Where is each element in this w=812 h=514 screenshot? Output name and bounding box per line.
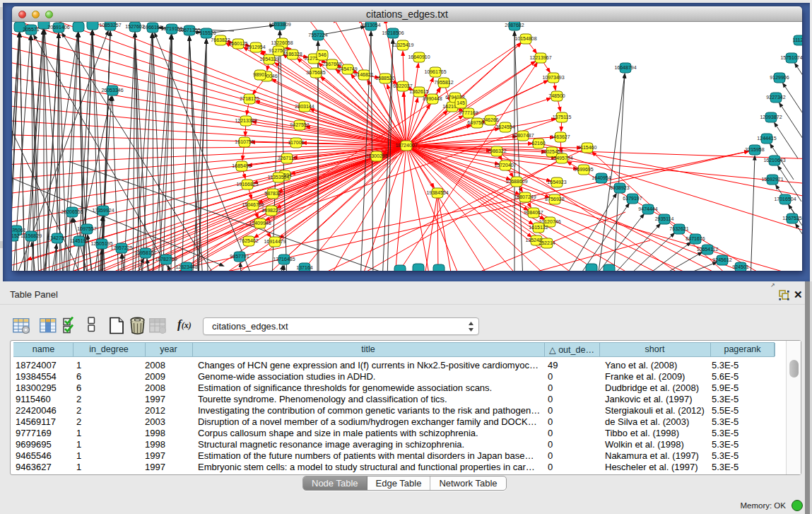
svg-text:9777169: 9777169 [459, 110, 478, 115]
svg-text:16640910: 16640910 [408, 54, 430, 59]
svg-text:3624554: 3624554 [495, 124, 514, 129]
svg-text:117006: 117006 [288, 140, 305, 145]
svg-text:18724007: 18724007 [395, 143, 417, 148]
svg-text:3675685: 3675685 [306, 70, 325, 75]
svg-text:748500: 748500 [548, 93, 565, 98]
svg-text:16210643: 16210643 [763, 158, 785, 163]
svg-text:587832: 587832 [264, 191, 281, 196]
svg-text:1375115: 1375115 [553, 115, 572, 119]
svg-text:10654112: 10654112 [697, 247, 719, 252]
svg-text:3215958: 3215958 [745, 147, 764, 152]
svg-text:924501: 924501 [732, 264, 748, 269]
svg-text:1097557: 1097557 [77, 226, 96, 231]
svg-text:15046766: 15046766 [242, 202, 264, 207]
svg-text:2718170: 2718170 [240, 96, 259, 101]
svg-text:9146821: 9146821 [354, 72, 373, 77]
svg-text:1527602: 1527602 [125, 24, 144, 29]
svg-text:8471676: 8471676 [686, 236, 705, 241]
svg-text:12409948: 12409948 [249, 221, 271, 226]
svg-text:18807249: 18807249 [514, 194, 536, 199]
svg-text:8186328: 8186328 [283, 52, 302, 57]
svg-text:7625402: 7625402 [239, 238, 258, 243]
svg-text:16033809: 16033809 [269, 22, 290, 27]
svg-text:137164: 137164 [296, 265, 312, 270]
svg-text:1244415: 1244415 [757, 136, 776, 141]
svg-text:205571: 205571 [23, 27, 39, 32]
svg-text:2803144: 2803144 [295, 104, 314, 109]
svg-text:15720407: 15720407 [494, 163, 516, 168]
svg-text:8454749: 8454749 [338, 66, 357, 71]
svg-text:145: 145 [457, 100, 465, 105]
svg-text:1654923: 1654923 [547, 180, 566, 185]
svg-text:7955812: 7955812 [434, 80, 453, 85]
svg-text:9115460: 9115460 [578, 145, 597, 150]
svg-text:7515526: 7515526 [196, 30, 216, 35]
svg-text:746266: 746266 [482, 117, 498, 122]
svg-text:18300295: 18300295 [365, 153, 387, 158]
svg-text:10961765: 10961765 [424, 69, 446, 74]
svg-text:6379197: 6379197 [623, 196, 642, 201]
svg-text:17016504: 17016504 [774, 197, 796, 201]
svg-text:1615132: 1615132 [529, 225, 548, 230]
svg-text:15692971: 15692971 [761, 177, 783, 182]
svg-text:1463627: 1463627 [551, 134, 570, 139]
svg-text:11156829: 11156829 [20, 233, 42, 238]
svg-text:17957225: 17957225 [110, 245, 132, 250]
svg-text:9457791: 9457791 [230, 254, 249, 259]
svg-text:12823448: 12823448 [175, 264, 197, 269]
svg-text:16782759: 16782759 [155, 257, 177, 262]
svg-text:20691406: 20691406 [47, 25, 69, 30]
svg-text:1685498: 1685498 [232, 163, 251, 168]
svg-text:12213389: 12213389 [235, 118, 257, 123]
svg-text:1610755: 1610755 [235, 139, 254, 144]
svg-text:10958157: 10958157 [134, 250, 156, 255]
svg-text:7632621: 7632621 [669, 226, 688, 231]
svg-text:9129906: 9129906 [770, 75, 789, 80]
svg-text:12093872: 12093872 [760, 115, 782, 119]
svg-text:11325419: 11325419 [392, 42, 414, 47]
svg-text:8660125: 8660125 [228, 41, 247, 46]
svg-text:11353594: 11353594 [268, 175, 290, 180]
svg-text:7986322: 7986322 [487, 148, 506, 153]
svg-text:3912954: 3912954 [246, 45, 265, 49]
svg-text:2367608: 2367608 [322, 62, 341, 66]
svg-text:98901: 98901 [253, 72, 267, 77]
svg-text:8756928: 8756928 [545, 197, 564, 201]
svg-text:16914479: 16914479 [264, 239, 286, 244]
svg-text:15751074: 15751074 [780, 55, 802, 60]
svg-text:9699695: 9699695 [574, 167, 593, 172]
svg-text:10154808: 10154808 [514, 36, 536, 41]
svg-text:19218506: 19218506 [382, 30, 404, 35]
svg-text:9245612: 9245612 [712, 257, 731, 262]
svg-text:62160: 62160 [531, 141, 546, 146]
svg-text:6322037: 6322037 [393, 83, 412, 88]
svg-text:1342757: 1342757 [47, 235, 66, 240]
svg-text:7663822: 7663822 [211, 37, 230, 42]
svg-text:39152: 39152 [12, 233, 20, 238]
svg-text:16648794: 16648794 [614, 65, 636, 70]
svg-text:9227342: 9227342 [766, 95, 785, 100]
svg-text:26053346: 26053346 [101, 88, 123, 93]
svg-text:19166825: 19166825 [236, 182, 258, 187]
svg-text:6966160: 6966160 [143, 25, 162, 30]
svg-text:252214: 252214 [539, 240, 555, 245]
svg-text:9474444: 9474444 [638, 206, 657, 211]
svg-text:8938923: 8938923 [610, 185, 629, 190]
svg-text:8990448: 8990448 [423, 96, 442, 101]
svg-text:19384554: 19384554 [426, 190, 448, 195]
svg-text:3267110: 3267110 [278, 156, 297, 160]
svg-text:1267535: 1267535 [782, 216, 801, 221]
svg-text:10973493: 10973493 [542, 75, 564, 80]
svg-text:12505195: 12505195 [90, 241, 112, 246]
svg-text:12213967: 12213967 [529, 55, 551, 60]
svg-text:2087682: 2087682 [505, 23, 524, 28]
svg-text:9084067: 9084067 [524, 210, 543, 215]
svg-text:1640954: 1640954 [592, 175, 611, 180]
svg-text:1145194: 1145194 [70, 238, 89, 243]
svg-text:9427552: 9427552 [290, 122, 309, 127]
svg-text:17359924: 17359924 [92, 208, 114, 213]
svg-text:8813054: 8813054 [361, 23, 380, 28]
svg-text:2935114: 2935114 [655, 216, 674, 221]
svg-text:10807487: 10807487 [512, 133, 534, 138]
svg-text:20206555: 20206555 [61, 209, 83, 214]
